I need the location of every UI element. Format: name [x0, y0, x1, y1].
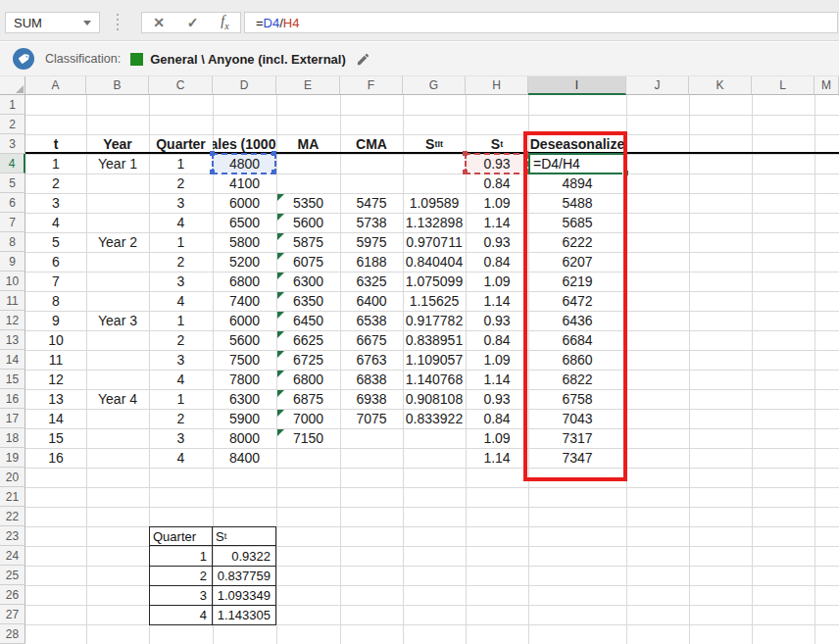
- cell-G13[interactable]: 0.838951: [403, 330, 466, 350]
- row-header-23[interactable]: 23: [0, 526, 25, 546]
- row-header-13[interactable]: 13: [0, 330, 25, 350]
- row-header-28[interactable]: 28: [0, 624, 25, 644]
- cell-H14[interactable]: 1.09: [466, 350, 528, 370]
- cell-C16[interactable]: 1: [149, 389, 213, 409]
- cell-C8[interactable]: 1: [149, 232, 213, 252]
- cell-A15[interactable]: 12: [25, 370, 86, 389]
- cell-H16[interactable]: 0.93: [466, 389, 528, 409]
- cell-G17[interactable]: 0.833922: [403, 409, 466, 428]
- row-header-8[interactable]: 8: [0, 232, 25, 252]
- row-header-20[interactable]: 20: [0, 468, 25, 487]
- seasonal-cell-C24[interactable]: 1: [149, 546, 213, 567]
- cell-D10[interactable]: 6800: [213, 272, 276, 291]
- insert-function-icon[interactable]: fx: [221, 15, 228, 31]
- cell-A4[interactable]: 1: [25, 154, 86, 173]
- cell-E7[interactable]: 5600: [276, 213, 340, 232]
- d4-reference-handle[interactable]: [210, 170, 215, 174]
- cell-G10[interactable]: 1.075099: [403, 272, 466, 291]
- cell-D18[interactable]: 8000: [213, 428, 276, 448]
- cell-H11[interactable]: 1.14: [466, 291, 528, 311]
- cell-F15[interactable]: 6838: [340, 370, 403, 389]
- cell-B12[interactable]: Year 3: [86, 311, 149, 330]
- column-header-M[interactable]: M: [814, 76, 839, 95]
- d4-reference-handle[interactable]: [271, 170, 276, 174]
- cell-F8[interactable]: 5975: [340, 232, 403, 252]
- select-all-button[interactable]: [0, 76, 25, 95]
- name-box-dropdown-icon[interactable]: [83, 21, 91, 25]
- row-header-18[interactable]: 18: [0, 428, 25, 448]
- cell-C13[interactable]: 2: [149, 330, 213, 350]
- cell-A12[interactable]: 9: [25, 311, 86, 330]
- header-cell-stit[interactable]: StIt: [403, 134, 466, 154]
- cell-E18[interactable]: 7150: [276, 428, 340, 448]
- header-cell-cma[interactable]: CMA: [340, 134, 403, 154]
- cell-E6[interactable]: 5350: [276, 193, 340, 213]
- enter-icon[interactable]: ✓: [187, 16, 199, 29]
- cell-G14[interactable]: 1.109057: [403, 350, 466, 370]
- cell-E17[interactable]: 7000: [276, 409, 340, 428]
- cell-H15[interactable]: 1.14: [466, 370, 528, 389]
- column-header-G[interactable]: G: [403, 76, 466, 95]
- cell-C14[interactable]: 3: [149, 350, 213, 370]
- name-box[interactable]: SUM: [5, 12, 100, 33]
- column-header-F[interactable]: F: [340, 76, 403, 95]
- cell-C17[interactable]: 2: [149, 409, 213, 428]
- column-header-B[interactable]: B: [86, 76, 149, 95]
- cell-A14[interactable]: 11: [25, 350, 86, 370]
- cell-F14[interactable]: 6763: [340, 350, 403, 370]
- row-header-27[interactable]: 27: [0, 605, 25, 624]
- row-header-24[interactable]: 24: [0, 546, 25, 566]
- row-header-4[interactable]: 4: [0, 154, 25, 173]
- cell-C10[interactable]: 3: [149, 272, 213, 291]
- h4-reference-handle[interactable]: [463, 170, 468, 174]
- column-header-D[interactable]: D: [213, 76, 276, 95]
- cell-G9[interactable]: 0.840404: [403, 252, 466, 272]
- cell-A7[interactable]: 4: [25, 213, 86, 232]
- column-header-E[interactable]: E: [276, 76, 340, 95]
- cell-A18[interactable]: 15: [25, 428, 86, 448]
- cell-D8[interactable]: 5800: [213, 232, 276, 252]
- row-header-9[interactable]: 9: [0, 252, 25, 272]
- cell-H8[interactable]: 0.93: [466, 232, 528, 252]
- row-header-3[interactable]: 3: [0, 134, 25, 154]
- cell-C5[interactable]: 2: [149, 173, 213, 193]
- column-header-L[interactable]: L: [752, 76, 814, 95]
- header-cell-year[interactable]: Year: [86, 134, 149, 154]
- cell-H18[interactable]: 1.09: [466, 428, 528, 448]
- cell-G7[interactable]: 1.132898: [403, 213, 466, 232]
- cell-G6[interactable]: 1.09589: [403, 193, 466, 213]
- cell-H5[interactable]: 0.84: [466, 173, 528, 193]
- column-header-A[interactable]: A: [25, 76, 86, 95]
- column-header-C[interactable]: C: [149, 76, 213, 95]
- row-header-16[interactable]: 16: [0, 389, 25, 409]
- cell-C9[interactable]: 2: [149, 252, 213, 272]
- cell-E10[interactable]: 6300: [276, 272, 340, 291]
- cell-A13[interactable]: 10: [25, 330, 86, 350]
- row-header-11[interactable]: 11: [0, 291, 25, 311]
- row-header-22[interactable]: 22: [0, 507, 25, 526]
- seasonal-cell-C25[interactable]: 2: [149, 566, 213, 586]
- cell-H7[interactable]: 1.14: [466, 213, 528, 232]
- cell-A19[interactable]: 16: [25, 448, 86, 468]
- cell-D6[interactable]: 6000: [213, 193, 276, 213]
- row-header-25[interactable]: 25: [0, 566, 25, 585]
- cell-C15[interactable]: 4: [149, 370, 213, 389]
- cell-F6[interactable]: 5475: [340, 193, 403, 213]
- cell-A5[interactable]: 2: [25, 173, 86, 193]
- cell-E13[interactable]: 6625: [276, 330, 340, 350]
- column-header-I[interactable]: I: [528, 76, 626, 95]
- seasonal-header-st[interactable]: St: [213, 526, 276, 546]
- cell-A9[interactable]: 6: [25, 252, 86, 272]
- cell-B8[interactable]: Year 2: [86, 232, 149, 252]
- row-header-7[interactable]: 7: [0, 213, 25, 232]
- cell-H12[interactable]: 0.93: [466, 311, 528, 330]
- cell-D16[interactable]: 6300: [213, 389, 276, 409]
- cell-G16[interactable]: 0.908108: [403, 389, 466, 409]
- formula-input[interactable]: =D4/H4: [244, 12, 838, 33]
- header-cell-quarter[interactable]: Quarter: [149, 134, 213, 154]
- h4-reference-handle[interactable]: [463, 151, 468, 156]
- cell-F12[interactable]: 6538: [340, 311, 403, 330]
- cell-C4[interactable]: 1: [149, 154, 213, 173]
- cell-C12[interactable]: 1: [149, 311, 213, 330]
- cell-F13[interactable]: 6675: [340, 330, 403, 350]
